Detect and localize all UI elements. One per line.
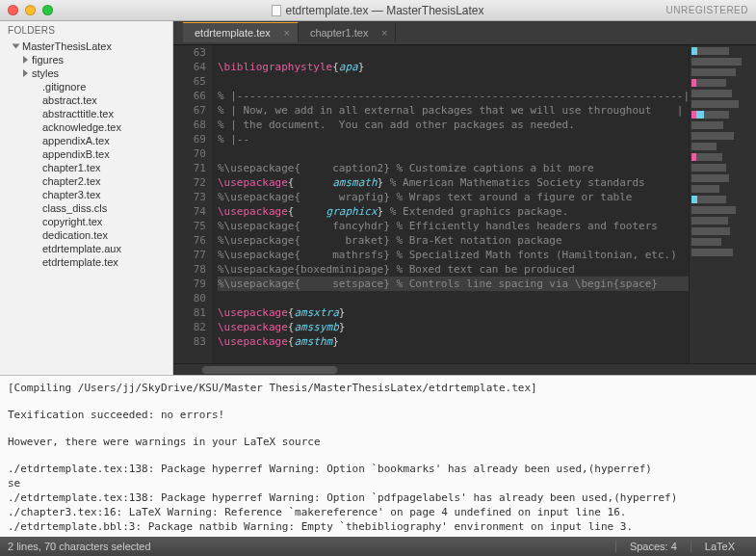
file-tree: MasterThesisLatex figuresstyles .gitigno… (0, 40, 172, 269)
tree-file[interactable]: abstract.tex (0, 93, 172, 107)
build-output-panel[interactable]: [Compiling /Users/jj/SkyDrive/KSU/Master… (0, 375, 756, 537)
tree-file[interactable]: copyright.tex (0, 215, 172, 228)
tab-label: chapter1.tex (310, 27, 369, 39)
chevron-right-icon[interactable] (23, 56, 28, 64)
sidebar: FOLDERS MasterThesisLatex figuresstyles … (0, 21, 173, 375)
status-indent[interactable]: Spaces: 4 (615, 541, 691, 552)
tree-file[interactable]: appendixB.tex (0, 147, 172, 161)
tree-file[interactable]: chapter1.tex (0, 161, 172, 174)
tree-folder-label: figures (32, 54, 64, 66)
chevron-right-icon[interactable] (23, 69, 28, 77)
window-controls (0, 5, 53, 15)
tree-file[interactable]: acknowledge.tex (0, 120, 172, 134)
tab-label: etdrtemplate.tex (195, 27, 271, 39)
tree-root-label: MasterThesisLatex (22, 40, 112, 52)
tree-root[interactable]: MasterThesisLatex (0, 40, 172, 53)
window-title: etdrtemplate.tex — MasterThesisLatex (0, 4, 756, 17)
tree-file[interactable]: class_diss.cls (0, 201, 172, 215)
tree-folder[interactable]: styles (0, 66, 172, 80)
tree-file[interactable]: .gitignore (0, 80, 172, 93)
tree-file[interactable]: chapter2.tex (0, 174, 172, 188)
document-icon (272, 5, 281, 16)
zoom-window-button[interactable] (42, 5, 53, 15)
chevron-down-icon[interactable] (13, 44, 20, 49)
tree-file[interactable]: dedication.tex (0, 228, 172, 242)
tab-active[interactable]: etdrtemplate.tex× (183, 22, 299, 42)
tab-bar: etdrtemplate.tex× chapter1.tex× (173, 21, 756, 45)
minimize-window-button[interactable] (25, 5, 36, 15)
editor: etdrtemplate.tex× chapter1.tex× 63646566… (173, 21, 756, 375)
tree-file[interactable]: etdrtemplate.aux (0, 242, 172, 255)
scrollbar-thumb[interactable] (202, 366, 337, 374)
tree-folder-label: styles (32, 67, 59, 79)
tab-inactive[interactable]: chapter1.tex× (299, 23, 397, 42)
tree-file[interactable]: chapter3.tex (0, 188, 172, 201)
status-bar: 2 lines, 70 characters selected Spaces: … (0, 537, 756, 556)
unregistered-label: UNREGISTERED (666, 5, 756, 15)
minimap[interactable] (689, 45, 756, 375)
code-lines[interactable]: \bibliographystyle{apa}% |--------------… (212, 45, 756, 363)
tree-file[interactable]: abstracttitle.tex (0, 107, 172, 120)
folders-header: FOLDERS (0, 21, 172, 40)
status-syntax[interactable]: LaTeX (691, 541, 748, 552)
status-selection: 2 lines, 70 characters selected (8, 541, 151, 552)
horizontal-scrollbar[interactable] (173, 363, 756, 375)
code-view[interactable]: 6364656667686970717273747576777879808182… (173, 45, 756, 363)
titlebar: etdrtemplate.tex — MasterThesisLatex UNR… (0, 0, 756, 21)
gutter: 6364656667686970717273747576777879808182… (173, 45, 212, 363)
close-icon[interactable]: × (381, 27, 387, 39)
tree-file[interactable]: etdrtemplate.tex (0, 255, 172, 269)
tree-folder[interactable]: figures (0, 53, 172, 66)
close-icon[interactable]: × (283, 27, 289, 39)
tree-file[interactable]: appendixA.tex (0, 134, 172, 147)
close-window-button[interactable] (8, 5, 18, 15)
